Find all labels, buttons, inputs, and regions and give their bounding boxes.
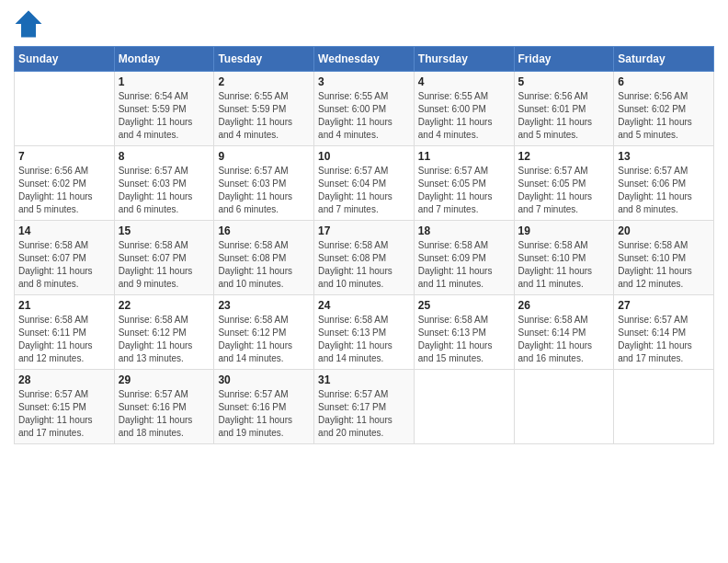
- day-cell: 25Sunrise: 6:58 AM Sunset: 6:13 PM Dayli…: [414, 295, 514, 370]
- day-info: Sunrise: 6:58 AM Sunset: 6:10 PM Dayligh…: [518, 239, 610, 291]
- day-cell: 10Sunrise: 6:57 AM Sunset: 6:04 PM Dayli…: [314, 146, 415, 221]
- header-cell-friday: Friday: [514, 47, 614, 72]
- day-cell: 24Sunrise: 6:58 AM Sunset: 6:13 PM Dayli…: [314, 295, 415, 370]
- day-number: 14: [18, 224, 110, 237]
- day-info: Sunrise: 6:54 AM Sunset: 5:59 PM Dayligh…: [119, 90, 210, 142]
- day-cell: 13Sunrise: 6:57 AM Sunset: 6:06 PM Dayli…: [614, 146, 714, 221]
- day-number: 29: [119, 373, 210, 386]
- day-cell: 5Sunrise: 6:56 AM Sunset: 6:01 PM Daylig…: [514, 72, 614, 146]
- logo-icon: [14, 9, 43, 39]
- page-header: [14, 9, 714, 39]
- day-cell: 20Sunrise: 6:58 AM Sunset: 6:10 PM Dayli…: [614, 221, 714, 295]
- day-cell: 31Sunrise: 6:57 AM Sunset: 6:17 PM Dayli…: [314, 370, 415, 444]
- day-cell: 17Sunrise: 6:58 AM Sunset: 6:08 PM Dayli…: [314, 221, 415, 295]
- day-info: Sunrise: 6:57 AM Sunset: 6:06 PM Dayligh…: [618, 165, 710, 216]
- day-number: 21: [18, 299, 110, 312]
- day-number: 7: [18, 150, 110, 163]
- day-number: 18: [418, 224, 510, 237]
- day-cell: 29Sunrise: 6:57 AM Sunset: 6:16 PM Dayli…: [114, 370, 214, 444]
- week-row-1: 1Sunrise: 6:54 AM Sunset: 5:59 PM Daylig…: [15, 72, 714, 146]
- day-info: Sunrise: 6:57 AM Sunset: 6:14 PM Dayligh…: [618, 314, 710, 365]
- day-info: Sunrise: 6:55 AM Sunset: 5:59 PM Dayligh…: [218, 90, 310, 142]
- day-cell: 15Sunrise: 6:58 AM Sunset: 6:07 PM Dayli…: [114, 221, 214, 295]
- day-cell: [614, 370, 714, 444]
- day-number: 11: [418, 150, 510, 163]
- day-info: Sunrise: 6:57 AM Sunset: 6:15 PM Dayligh…: [18, 388, 110, 440]
- day-cell: 21Sunrise: 6:58 AM Sunset: 6:11 PM Dayli…: [15, 295, 115, 370]
- week-row-4: 21Sunrise: 6:58 AM Sunset: 6:11 PM Dayli…: [15, 295, 714, 370]
- day-cell: 16Sunrise: 6:58 AM Sunset: 6:08 PM Dayli…: [214, 221, 314, 295]
- day-number: 5: [518, 75, 610, 88]
- calendar-body: 1Sunrise: 6:54 AM Sunset: 5:59 PM Daylig…: [15, 72, 714, 444]
- day-info: Sunrise: 6:55 AM Sunset: 6:00 PM Dayligh…: [418, 90, 510, 142]
- day-info: Sunrise: 6:57 AM Sunset: 6:03 PM Dayligh…: [119, 165, 210, 216]
- day-number: 25: [418, 299, 510, 312]
- day-number: 16: [218, 224, 310, 237]
- day-cell: 9Sunrise: 6:57 AM Sunset: 6:03 PM Daylig…: [214, 146, 314, 221]
- header-cell-wednesday: Wednesday: [314, 47, 415, 72]
- day-cell: 8Sunrise: 6:57 AM Sunset: 6:03 PM Daylig…: [114, 146, 214, 221]
- calendar-table: SundayMondayTuesdayWednesdayThursdayFrid…: [14, 46, 714, 444]
- day-info: Sunrise: 6:57 AM Sunset: 6:16 PM Dayligh…: [218, 388, 310, 440]
- day-number: 28: [18, 373, 110, 386]
- day-info: Sunrise: 6:58 AM Sunset: 6:14 PM Dayligh…: [518, 314, 610, 365]
- day-info: Sunrise: 6:58 AM Sunset: 6:08 PM Dayligh…: [218, 239, 310, 291]
- day-number: 12: [518, 150, 610, 163]
- header-cell-monday: Monday: [114, 47, 214, 72]
- week-row-2: 7Sunrise: 6:56 AM Sunset: 6:02 PM Daylig…: [15, 146, 714, 221]
- day-number: 2: [218, 75, 310, 88]
- day-info: Sunrise: 6:58 AM Sunset: 6:07 PM Dayligh…: [119, 239, 210, 291]
- day-info: Sunrise: 6:58 AM Sunset: 6:12 PM Dayligh…: [119, 314, 210, 365]
- day-cell: 1Sunrise: 6:54 AM Sunset: 5:59 PM Daylig…: [114, 72, 214, 146]
- day-cell: [414, 370, 514, 444]
- day-number: 20: [618, 224, 710, 237]
- day-cell: 22Sunrise: 6:58 AM Sunset: 6:12 PM Dayli…: [114, 295, 214, 370]
- day-info: Sunrise: 6:57 AM Sunset: 6:05 PM Dayligh…: [418, 165, 510, 216]
- day-number: 31: [318, 373, 410, 386]
- day-cell: 19Sunrise: 6:58 AM Sunset: 6:10 PM Dayli…: [514, 221, 614, 295]
- day-cell: 4Sunrise: 6:55 AM Sunset: 6:00 PM Daylig…: [414, 72, 514, 146]
- day-number: 24: [318, 299, 410, 312]
- day-info: Sunrise: 6:58 AM Sunset: 6:11 PM Dayligh…: [18, 314, 110, 365]
- day-info: Sunrise: 6:58 AM Sunset: 6:07 PM Dayligh…: [18, 239, 110, 291]
- day-info: Sunrise: 6:57 AM Sunset: 6:17 PM Dayligh…: [318, 388, 410, 440]
- day-number: 1: [119, 75, 210, 88]
- day-cell: 18Sunrise: 6:58 AM Sunset: 6:09 PM Dayli…: [414, 221, 514, 295]
- svg-marker-1: [16, 11, 42, 26]
- day-number: 30: [218, 373, 310, 386]
- header-cell-sunday: Sunday: [15, 47, 115, 72]
- day-cell: 23Sunrise: 6:58 AM Sunset: 6:12 PM Dayli…: [214, 295, 314, 370]
- day-info: Sunrise: 6:57 AM Sunset: 6:16 PM Dayligh…: [119, 388, 210, 440]
- day-cell: 3Sunrise: 6:55 AM Sunset: 6:00 PM Daylig…: [314, 72, 415, 146]
- day-number: 13: [618, 150, 710, 163]
- day-number: 26: [518, 299, 610, 312]
- day-info: Sunrise: 6:57 AM Sunset: 6:04 PM Dayligh…: [318, 165, 410, 216]
- day-cell: [15, 72, 115, 146]
- day-number: 3: [318, 75, 410, 88]
- day-info: Sunrise: 6:58 AM Sunset: 6:12 PM Dayligh…: [218, 314, 310, 365]
- day-info: Sunrise: 6:58 AM Sunset: 6:10 PM Dayligh…: [618, 239, 710, 291]
- day-info: Sunrise: 6:57 AM Sunset: 6:03 PM Dayligh…: [218, 165, 310, 216]
- day-info: Sunrise: 6:56 AM Sunset: 6:02 PM Dayligh…: [618, 90, 710, 142]
- day-number: 15: [119, 224, 210, 237]
- day-cell: 11Sunrise: 6:57 AM Sunset: 6:05 PM Dayli…: [414, 146, 514, 221]
- day-cell: [514, 370, 614, 444]
- day-info: Sunrise: 6:58 AM Sunset: 6:13 PM Dayligh…: [418, 314, 510, 365]
- day-cell: 26Sunrise: 6:58 AM Sunset: 6:14 PM Dayli…: [514, 295, 614, 370]
- day-number: 17: [318, 224, 410, 237]
- logo: [14, 9, 47, 39]
- day-number: 9: [218, 150, 310, 163]
- day-number: 23: [218, 299, 310, 312]
- header-cell-thursday: Thursday: [414, 47, 514, 72]
- header-cell-tuesday: Tuesday: [214, 47, 314, 72]
- day-info: Sunrise: 6:55 AM Sunset: 6:00 PM Dayligh…: [318, 90, 410, 142]
- header-cell-saturday: Saturday: [614, 47, 714, 72]
- day-cell: 30Sunrise: 6:57 AM Sunset: 6:16 PM Dayli…: [214, 370, 314, 444]
- day-info: Sunrise: 6:58 AM Sunset: 6:09 PM Dayligh…: [418, 239, 510, 291]
- day-number: 4: [418, 75, 510, 88]
- day-cell: 2Sunrise: 6:55 AM Sunset: 5:59 PM Daylig…: [214, 72, 314, 146]
- day-cell: 28Sunrise: 6:57 AM Sunset: 6:15 PM Dayli…: [15, 370, 115, 444]
- day-cell: 27Sunrise: 6:57 AM Sunset: 6:14 PM Dayli…: [614, 295, 714, 370]
- day-cell: 12Sunrise: 6:57 AM Sunset: 6:05 PM Dayli…: [514, 146, 614, 221]
- day-cell: 14Sunrise: 6:58 AM Sunset: 6:07 PM Dayli…: [15, 221, 115, 295]
